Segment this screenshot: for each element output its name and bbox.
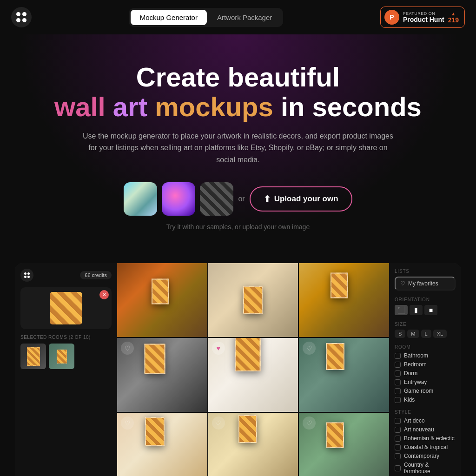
sample-image-1[interactable] bbox=[124, 182, 157, 216]
selected-thumbs bbox=[20, 344, 112, 369]
style-checkbox-5[interactable] bbox=[395, 465, 401, 471]
room-cell-9[interactable]: ♡ bbox=[299, 413, 389, 476]
size-m[interactable]: M bbox=[407, 330, 419, 338]
my-favorites-label: My favorites bbox=[408, 280, 438, 287]
left-panel: 66 credits ✕ SELECTED ROOMS (2 OF 10) bbox=[15, 263, 117, 476]
style-checkbox-2[interactable] bbox=[395, 436, 401, 442]
room-cell-5[interactable]: ♥ bbox=[208, 338, 298, 412]
art-overlay-2 bbox=[243, 286, 263, 314]
right-panel: LISTS ♡ My favorites ORIENTATION ⬛ ▮ ■ S… bbox=[389, 263, 461, 476]
heart-button-9[interactable]: ♡ bbox=[303, 416, 316, 430]
filter-lists: LISTS ♡ My favorites bbox=[395, 269, 456, 291]
selected-room-thumb-1[interactable] bbox=[20, 344, 46, 369]
room-checkbox-1[interactable] bbox=[395, 362, 401, 368]
ph-name-label: Product Hunt bbox=[403, 16, 444, 23]
size-xl[interactable]: XL bbox=[433, 330, 447, 338]
heart-button-4[interactable]: ♡ bbox=[121, 342, 134, 355]
tab-artwork-packager[interactable]: Artwork Packager bbox=[208, 10, 281, 25]
sample-image-2[interactable] bbox=[162, 182, 195, 216]
room-cell-3[interactable] bbox=[299, 263, 389, 337]
room-cell-4[interactable]: ♡ bbox=[117, 338, 207, 412]
room-item-entryway[interactable]: Entryway bbox=[395, 379, 456, 385]
orient-landscape[interactable]: ⬛ bbox=[395, 305, 408, 315]
panel-header: 66 credits bbox=[20, 269, 112, 282]
filter-orientation: ORIENTATION ⬛ ▮ ■ bbox=[395, 297, 456, 315]
art-overlay-6 bbox=[326, 343, 344, 370]
orient-portrait[interactable]: ▮ bbox=[410, 305, 423, 315]
word-art: art bbox=[113, 92, 147, 122]
room-item-bathroom[interactable]: Bathroom bbox=[395, 352, 456, 359]
room-cell-6[interactable]: ♡ bbox=[299, 338, 389, 412]
upload-icon: ⬆ bbox=[264, 194, 271, 204]
size-l[interactable]: L bbox=[421, 330, 431, 338]
room-checkbox-5[interactable] bbox=[395, 397, 401, 403]
room-item-kids[interactable]: Kids bbox=[395, 397, 456, 403]
style-list: Art decoArt nouveauBohemian & eclecticCo… bbox=[395, 417, 456, 475]
art-overlay-7 bbox=[145, 417, 165, 446]
nav-tabs: Mockup Generator Artwork Packager bbox=[129, 8, 284, 27]
ph-featured-label: FEATURED ON bbox=[403, 11, 444, 16]
style-checkbox-4[interactable] bbox=[395, 453, 401, 459]
sample-image-3[interactable] bbox=[200, 182, 233, 216]
art-overlay-1 bbox=[152, 278, 169, 304]
heart-button-6[interactable]: ♡ bbox=[303, 342, 316, 355]
room-grid: ♡ ♥ ♡ ♡ ♡ ♡ bbox=[117, 263, 389, 476]
style-item-contemporary[interactable]: Contemporary bbox=[395, 453, 456, 459]
orient-square[interactable]: ■ bbox=[424, 305, 437, 315]
heart-button-8[interactable]: ♡ bbox=[212, 416, 225, 430]
room-cell-8[interactable]: ♡ bbox=[208, 413, 298, 476]
filter-room: ROOM BathroomBedroomDormEntrywayGame roo… bbox=[395, 344, 456, 403]
or-separator: or bbox=[238, 195, 245, 203]
artwork-upload-box[interactable]: ✕ bbox=[20, 287, 112, 329]
style-item-coastal--tropical[interactable]: Coastal & tropical bbox=[395, 444, 456, 450]
hero-section: Create beautiful wall art mockups in sec… bbox=[0, 34, 476, 249]
room-cell-1[interactable] bbox=[117, 263, 207, 337]
room-checkbox-2[interactable] bbox=[395, 370, 401, 377]
word-wall: wall bbox=[54, 92, 106, 122]
room-item-dorm[interactable]: Dorm bbox=[395, 370, 456, 377]
heart-icon: ♡ bbox=[400, 280, 405, 287]
credits-badge: 66 credits bbox=[80, 271, 112, 279]
heart-button-5[interactable]: ♥ bbox=[212, 342, 225, 355]
filter-size: SIZE S M L XL bbox=[395, 322, 456, 338]
style-item-country--farmhouse[interactable]: Country & farmhouse bbox=[395, 462, 456, 475]
logo[interactable] bbox=[11, 7, 32, 27]
art-overlay-5 bbox=[235, 338, 260, 371]
room-item-game-room[interactable]: Game room bbox=[395, 388, 456, 394]
selected-room-thumb-2[interactable] bbox=[49, 344, 74, 369]
room-checkbox-4[interactable] bbox=[395, 388, 401, 394]
style-checkbox-3[interactable] bbox=[395, 444, 401, 450]
style-checkbox-1[interactable] bbox=[395, 427, 401, 433]
tab-mockup-generator[interactable]: Mockup Generator bbox=[131, 10, 207, 25]
room-list: BathroomBedroomDormEntrywayGame roomKids bbox=[395, 352, 456, 403]
art-overlay-3 bbox=[331, 273, 348, 298]
orientation-buttons: ⬛ ▮ ■ bbox=[395, 305, 456, 315]
room-cell-7[interactable]: ♡ bbox=[117, 413, 207, 476]
artwork-preview bbox=[50, 292, 82, 324]
panel-logo bbox=[20, 269, 33, 282]
product-hunt-logo: P bbox=[384, 10, 399, 25]
navigation: Mockup Generator Artwork Packager P FEAT… bbox=[0, 0, 476, 34]
orientation-label: ORIENTATION bbox=[395, 297, 456, 302]
room-cell-2[interactable] bbox=[208, 263, 298, 337]
ph-arrow-icon: ▲ bbox=[451, 11, 456, 16]
size-buttons: S M L XL bbox=[395, 330, 456, 338]
room-item-bedroom[interactable]: Bedroom bbox=[395, 361, 456, 368]
heart-button-7[interactable]: ♡ bbox=[121, 416, 134, 430]
ph-count: ▲ 219 bbox=[448, 11, 459, 24]
style-checkbox-0[interactable] bbox=[395, 418, 401, 424]
product-hunt-badge[interactable]: P FEATURED ON Product Hunt ▲ 219 bbox=[380, 7, 465, 28]
room-checkbox-3[interactable] bbox=[395, 379, 401, 385]
delete-artwork-button[interactable]: ✕ bbox=[99, 290, 109, 299]
room-checkbox-0[interactable] bbox=[395, 353, 401, 359]
upload-button[interactable]: ⬆ Upload your own bbox=[250, 186, 352, 212]
style-item-bohemian--eclectic[interactable]: Bohemian & eclectic bbox=[395, 435, 456, 442]
filter-style: STYLE Art decoArt nouveauBohemian & ecle… bbox=[395, 410, 456, 475]
size-s[interactable]: S bbox=[395, 330, 405, 338]
word-seconds: seconds bbox=[312, 92, 422, 122]
style-item-art-deco[interactable]: Art deco bbox=[395, 417, 456, 424]
hero-subtitle: Use the mockup generator to place your a… bbox=[80, 130, 396, 166]
hero-title: Create beautiful wall art mockups in sec… bbox=[9, 62, 467, 122]
my-favorites-button[interactable]: ♡ My favorites bbox=[395, 277, 456, 291]
style-item-art-nouveau[interactable]: Art nouveau bbox=[395, 426, 456, 433]
